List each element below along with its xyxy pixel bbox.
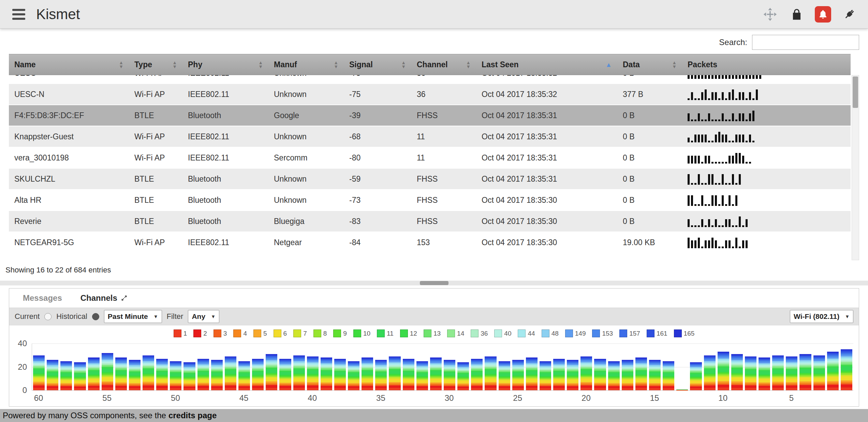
- column-header-name[interactable]: Name▲▼: [9, 54, 129, 75]
- cell-phy: IEEE802.11: [182, 75, 268, 78]
- cell-phy: IEEE802.11: [182, 132, 268, 141]
- chart-bar: [457, 362, 469, 390]
- legend-swatch: [674, 329, 682, 337]
- x-axis-label: 20: [582, 393, 591, 403]
- sort-icons: ▲▼: [258, 60, 263, 69]
- chart-bar: [731, 354, 743, 390]
- cell-manuf: Netgear: [268, 238, 344, 247]
- footer-text: Powered by many OSS components, see the: [3, 411, 166, 420]
- tab-channels[interactable]: Channels: [80, 293, 128, 303]
- legend-label: 3: [223, 330, 227, 337]
- table-row[interactable]: Alta HRBTLEBluetoothUnknown-73FHSSOct 04…: [9, 190, 851, 211]
- table-row[interactable]: UESC-NWi-Fi APIEEE802.11Unknown-7536Oct …: [9, 84, 851, 105]
- cell-manuf: Unknown: [268, 90, 344, 99]
- table-row[interactable]: vera_30010198Wi-Fi APIEEE802.11Sercomm-8…: [9, 147, 851, 169]
- legend-label: 5: [263, 330, 267, 337]
- chart-bar: [553, 359, 565, 390]
- cell-data: 0 B: [617, 111, 682, 120]
- legend-swatch: [647, 329, 654, 337]
- packets-sparkline: [682, 110, 851, 121]
- chevron-down-icon: ▼: [845, 314, 850, 319]
- table-row[interactable]: Knappster-GuestWi-Fi APIEEE802.11Unknown…: [9, 126, 851, 147]
- cell-signal: -83: [344, 217, 411, 226]
- table-scrollbar[interactable]: [852, 75, 859, 260]
- radio-historical[interactable]: [92, 313, 99, 320]
- column-header-packets[interactable]: Packets: [682, 54, 851, 75]
- radio-current[interactable]: [44, 313, 52, 320]
- cell-channel: FHSS: [411, 174, 476, 184]
- column-header-channel[interactable]: Channel▲▼: [411, 54, 476, 75]
- table-row[interactable]: F4:F5:D8:3F:DC:EFBTLEBluetoothGoogle-39F…: [9, 105, 851, 126]
- column-header-signal[interactable]: Signal▲▼: [344, 54, 411, 75]
- chart-bar: [88, 357, 100, 390]
- legend-item: 7: [293, 329, 307, 337]
- chart-bar: [499, 361, 510, 390]
- chart-bar: [526, 357, 538, 390]
- table-row[interactable]: SKULCHZLBTLEBluetoothUnknown-59FHSSOct 0…: [9, 169, 851, 190]
- x-axis-label: 10: [718, 393, 727, 403]
- scrollbar-thumb[interactable]: [853, 76, 858, 108]
- chart-bar: [690, 362, 702, 390]
- column-header-manuf[interactable]: Manuf▲▼: [268, 54, 344, 75]
- search-input[interactable]: [752, 35, 859, 50]
- table-row[interactable]: ReverieBTLEBluetoothBluegiga-83FHSSOct 0…: [9, 211, 851, 232]
- legend-label: 8: [323, 330, 327, 337]
- chart-bar: [772, 355, 784, 391]
- legend-label: 40: [504, 330, 511, 337]
- y-axis-label: 40: [9, 339, 27, 348]
- legend-swatch: [542, 329, 549, 337]
- legend-item: 149: [565, 329, 586, 337]
- table-body-viewport: UESCWi-Fi APIEEE802.11Unknown-7536Oct 04…: [9, 75, 851, 260]
- chart-bar: [540, 361, 551, 390]
- panel-divider: [0, 281, 868, 285]
- chart-bar: [362, 357, 373, 390]
- cell-signal: -80: [344, 153, 411, 163]
- lock-icon[interactable]: [788, 6, 805, 23]
- alert-icon[interactable]: [815, 6, 831, 23]
- tab-messages[interactable]: Messages: [23, 293, 62, 303]
- cell-channel: 153: [411, 238, 476, 247]
- legend-label: 48: [551, 330, 559, 337]
- chart-bar: [197, 359, 209, 390]
- panel-resize-handle[interactable]: [420, 281, 448, 285]
- chart-bar: [485, 356, 496, 390]
- cell-signal: -75: [344, 75, 411, 78]
- column-header-phy[interactable]: Phy▲▼: [182, 54, 268, 75]
- time-range-select[interactable]: Past Minute ▼: [104, 310, 162, 323]
- current-label: Current: [15, 312, 40, 321]
- packets-sparkline: [682, 237, 851, 248]
- phy-select[interactable]: Wi-Fi (802.11) ▼: [790, 310, 853, 323]
- credits-link[interactable]: credits page: [168, 411, 217, 420]
- expand-icon: [120, 294, 128, 302]
- legend-swatch: [400, 329, 408, 337]
- panel-tabs: Messages Channels: [9, 289, 859, 308]
- legend-label: 2: [203, 330, 207, 337]
- column-header-last-seen[interactable]: Last Seen▲: [476, 54, 617, 75]
- chart-bar: [827, 352, 839, 390]
- legend-label: 153: [602, 330, 613, 337]
- cell-data: 19.00 KB: [617, 238, 682, 247]
- column-header-type[interactable]: Type▲▼: [129, 54, 182, 75]
- table-row[interactable]: NETGEAR91-5GWi-Fi APIEEE802.11Netgear-84…: [9, 232, 851, 253]
- chart-bar: [430, 357, 442, 390]
- legend-label: 36: [481, 330, 488, 337]
- legend-label: 157: [629, 330, 640, 337]
- legend-swatch: [274, 329, 281, 337]
- plug-icon[interactable]: [841, 6, 858, 23]
- filter-select[interactable]: Any ▼: [188, 310, 219, 323]
- legend-item: 40: [494, 329, 511, 337]
- cell-channel: FHSS: [411, 196, 476, 205]
- table-row[interactable]: UESCWi-Fi APIEEE802.11Unknown-7536Oct 04…: [9, 75, 851, 84]
- y-axis-label: 20: [9, 362, 27, 372]
- cell-name: SKULCHZL: [9, 174, 129, 184]
- menu-icon[interactable]: [12, 9, 25, 20]
- move-icon[interactable]: [762, 6, 779, 23]
- column-header-data[interactable]: Data▲▼: [617, 54, 682, 75]
- cell-signal: -39: [344, 111, 411, 120]
- cell-last-seen: Oct 04 2017 18:35:31: [476, 174, 617, 184]
- cell-manuf: Google: [268, 111, 344, 120]
- legend-item: 48: [542, 329, 559, 337]
- chart-bar: [663, 361, 674, 390]
- legend-label: 165: [684, 330, 695, 337]
- cell-type: BTLE: [129, 174, 182, 184]
